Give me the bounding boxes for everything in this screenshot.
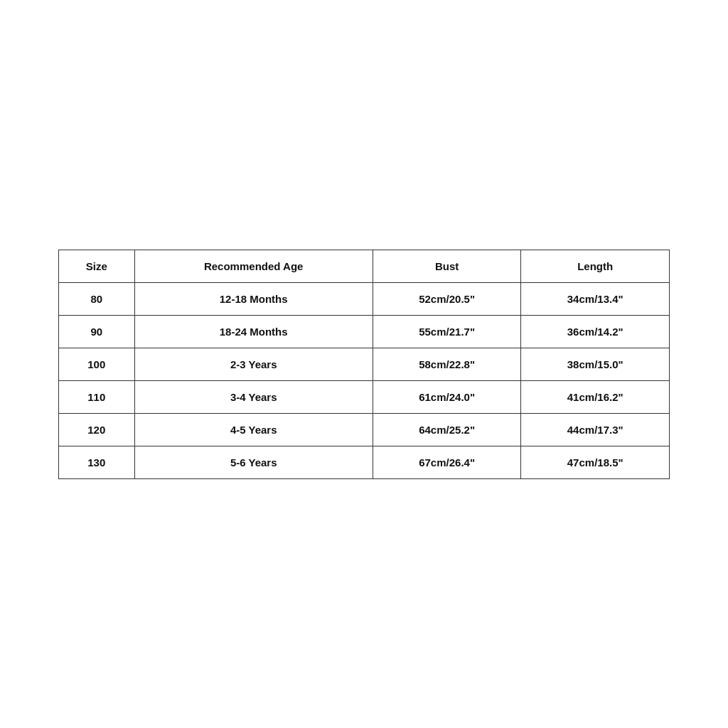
cell-bust: 61cm/24.0" — [373, 380, 521, 413]
cell-size: 90 — [59, 315, 135, 348]
cell-recommended-age: 12-18 Months — [134, 282, 373, 315]
cell-length: 38cm/15.0" — [521, 348, 670, 380]
cell-length: 36cm/14.2" — [521, 315, 670, 348]
size-chart-container: Size Recommended Age Bust Length 8012-18… — [58, 250, 670, 479]
table-row: 1103-4 Years61cm/24.0"41cm/16.2" — [59, 380, 670, 413]
table-row: 1204-5 Years64cm/25.2"44cm/17.3" — [59, 413, 670, 446]
cell-length: 34cm/13.4" — [521, 282, 670, 315]
cell-bust: 64cm/25.2" — [373, 413, 521, 446]
cell-bust: 52cm/20.5" — [373, 282, 521, 315]
header-size: Size — [59, 250, 135, 282]
cell-recommended-age: 3-4 Years — [134, 380, 373, 413]
cell-recommended-age: 5-6 Years — [134, 446, 373, 478]
size-chart-table: Size Recommended Age Bust Length 8012-18… — [58, 250, 670, 479]
cell-size: 80 — [59, 282, 135, 315]
table-row: 8012-18 Months52cm/20.5"34cm/13.4" — [59, 282, 670, 315]
table-row: 9018-24 Months55cm/21.7"36cm/14.2" — [59, 315, 670, 348]
cell-size: 120 — [59, 413, 135, 446]
cell-size: 130 — [59, 446, 135, 478]
cell-bust: 58cm/22.8" — [373, 348, 521, 380]
table-row: 1002-3 Years58cm/22.8"38cm/15.0" — [59, 348, 670, 380]
cell-bust: 67cm/26.4" — [373, 446, 521, 478]
cell-recommended-age: 18-24 Months — [134, 315, 373, 348]
cell-bust: 55cm/21.7" — [373, 315, 521, 348]
cell-size: 110 — [59, 380, 135, 413]
table-row: 1305-6 Years67cm/26.4"47cm/18.5" — [59, 446, 670, 478]
cell-length: 47cm/18.5" — [521, 446, 670, 478]
header-recommended-age: Recommended Age — [134, 250, 373, 282]
cell-length: 41cm/16.2" — [521, 380, 670, 413]
cell-recommended-age: 2-3 Years — [134, 348, 373, 380]
header-bust: Bust — [373, 250, 521, 282]
cell-size: 100 — [59, 348, 135, 380]
header-length: Length — [521, 250, 670, 282]
cell-recommended-age: 4-5 Years — [134, 413, 373, 446]
table-header-row: Size Recommended Age Bust Length — [59, 250, 670, 282]
cell-length: 44cm/17.3" — [521, 413, 670, 446]
